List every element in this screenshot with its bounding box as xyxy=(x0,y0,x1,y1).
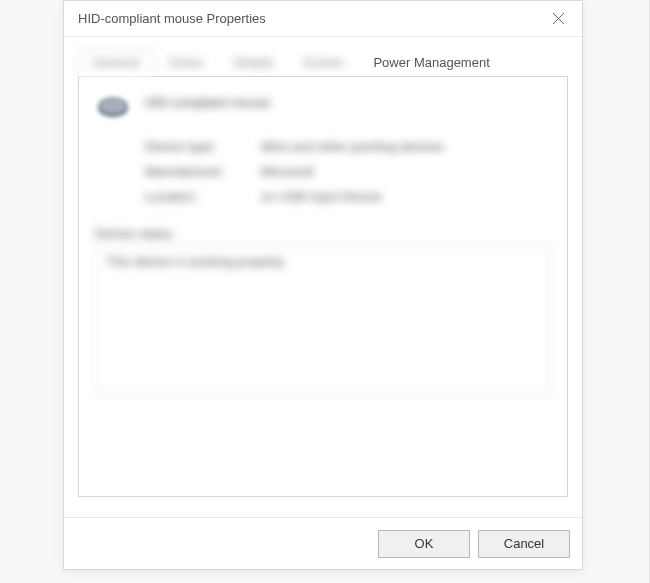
info-label-manufacturer: Manufacturer: xyxy=(145,164,255,179)
close-button[interactable] xyxy=(544,5,572,33)
dialog-title: HID-compliant mouse Properties xyxy=(78,11,266,26)
device-status-text: This device is working properly. xyxy=(95,245,551,395)
tab-driver[interactable]: Driver xyxy=(154,49,219,77)
device-status-label: Device status xyxy=(95,226,557,241)
info-value-location: on USB Input Device xyxy=(261,189,557,204)
tab-events[interactable]: Events xyxy=(289,49,359,77)
properties-dialog: HID-compliant mouse Properties General D… xyxy=(63,0,583,570)
tab-details[interactable]: Details xyxy=(219,49,289,77)
mouse-icon xyxy=(95,95,131,119)
tab-power-management[interactable]: Power Management xyxy=(358,49,504,77)
device-name: HID-compliant mouse xyxy=(145,93,270,110)
tab-general[interactable]: General xyxy=(78,49,154,77)
device-status-section: Device status This device is working pro… xyxy=(89,226,557,395)
close-icon xyxy=(553,13,564,24)
info-label-type: Device type: xyxy=(145,139,255,154)
ok-button[interactable]: OK xyxy=(378,530,470,558)
tab-strip: General Driver Details Events Power Mana… xyxy=(78,49,568,77)
svg-point-4 xyxy=(100,99,126,114)
titlebar: HID-compliant mouse Properties xyxy=(64,1,582,37)
button-bar: OK Cancel xyxy=(64,517,582,569)
device-info: Device type: Mice and other pointing dev… xyxy=(145,139,557,204)
info-value-type: Mice and other pointing devices xyxy=(261,139,557,154)
cancel-button[interactable]: Cancel xyxy=(478,530,570,558)
device-header: HID-compliant mouse xyxy=(89,93,557,119)
info-value-manufacturer: Microsoft xyxy=(261,164,557,179)
dialog-content: General Driver Details Events Power Mana… xyxy=(64,37,582,517)
info-label-location: Location: xyxy=(145,189,255,204)
tab-panel-general: HID-compliant mouse Device type: Mice an… xyxy=(78,77,568,497)
